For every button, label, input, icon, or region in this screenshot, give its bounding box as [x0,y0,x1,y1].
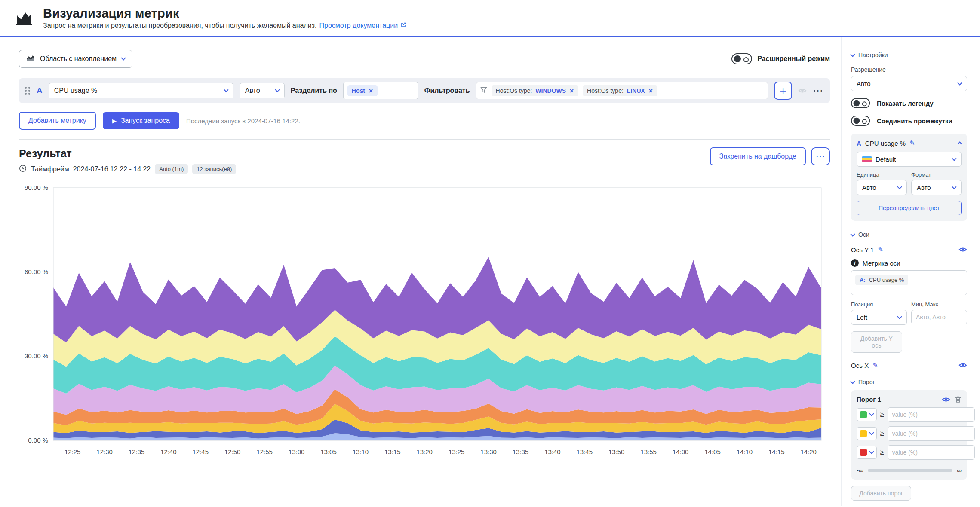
pencil-icon[interactable]: ✎ [872,361,878,369]
minmax-label: Мин, Макс [911,301,967,308]
section-settings[interactable]: Настройки [851,52,967,58]
y-axis-row: Ось Y 1 ✎ [851,246,967,254]
metric-settings-card: A CPU usage % ✎ Default Единица [851,134,967,221]
toolbar: Область с накоплением Расширенный режим [19,50,830,68]
chevron-down-icon [850,379,855,384]
metric-select[interactable]: CPU usage % [49,83,233,98]
section-threshold[interactable]: Порог [851,379,967,385]
svg-text:14:00: 14:00 [673,448,689,455]
axis-metric-row: i Метрика оси [851,259,967,267]
aggregation-select[interactable]: Авто [240,83,285,98]
section-axes-label: Оси [858,231,869,238]
add-threshold-button[interactable]: Добавить порог [851,486,911,501]
eye-icon[interactable] [798,88,807,94]
add-y-axis-button[interactable]: Добавить Y ось [851,331,902,353]
split-chip-label: Host [352,87,365,94]
close-icon[interactable]: ✕ [648,88,653,94]
threshold-color-select[interactable] [857,446,877,459]
threshold-value-input[interactable] [888,407,975,422]
svg-text:14:20: 14:20 [800,448,817,455]
close-icon[interactable]: ✕ [369,88,373,94]
filter-chip-key: Host:Os type: [496,87,532,94]
metric-select-value: CPU usage % [54,87,98,95]
pin-to-dashboard-button[interactable]: Закрепить на дашборде [710,147,806,165]
filter-chip-value: WINDOWS [535,87,566,94]
threshold-row: ≥ [857,445,962,460]
metric-card-letter: A [857,140,861,147]
add-filter-button[interactable]: + [774,82,792,100]
color-swatch [860,449,867,456]
gte-operator: ≥ [880,411,884,418]
stacked-area-chart[interactable]: 0.00 %30.00 %60.00 %90.00 %12:2512:3012:… [19,180,827,464]
svg-text:13:05: 13:05 [320,448,337,455]
unit-select[interactable]: Авто [857,180,907,195]
threshold-row: ≥ [857,407,962,422]
pos-infinity-label: ∞ [957,467,962,474]
minmax-input[interactable] [911,310,967,324]
section-rule [894,55,967,55]
position-select[interactable]: Left [851,310,907,325]
eye-icon[interactable] [958,362,967,368]
filter-label: Фильтровать [424,87,470,95]
svg-text:12:40: 12:40 [160,448,177,455]
gte-operator: ≥ [880,430,884,437]
svg-text:13:35: 13:35 [513,448,529,455]
threshold-value-input[interactable] [888,445,975,460]
svg-text:12:45: 12:45 [193,448,209,455]
drag-handle-icon[interactable] [25,87,31,95]
svg-text:90.00 %: 90.00 % [25,184,48,191]
add-metric-button[interactable]: Добавить метрику [19,112,96,130]
filter-chip-key: Host:Os type: [587,87,624,94]
axis-metric-chip-prefix: A: [860,277,866,283]
advanced-mode-toggle[interactable] [731,53,752,64]
threshold-value-input[interactable] [888,426,975,441]
aggregation-value: Авто [245,87,260,95]
filter-chip: Host:Os type: LINUX ✕ [583,85,657,96]
result-chart[interactable]: 0.00 %30.00 %60.00 %90.00 %12:2512:3012:… [19,180,830,466]
query-more-icon[interactable]: ⋯ [813,85,824,97]
svg-text:14:05: 14:05 [704,448,721,455]
chevron-down-icon [957,80,962,85]
y-axis-title: Ось Y 1 [851,246,874,254]
documentation-link[interactable]: Просмотр документации [319,22,398,30]
header-text-block: Визуализация метрик Запрос на метрики и … [43,6,406,30]
trash-icon[interactable] [955,396,962,403]
chevron-up-icon[interactable] [957,141,962,146]
threshold-range-slider[interactable] [868,469,953,472]
advanced-mode-label: Расширенный режим [757,55,830,63]
svg-text:13:20: 13:20 [416,448,433,455]
format-select[interactable]: Авто [911,180,962,195]
resolution-select[interactable]: Авто [851,76,967,91]
filter-chip: Host:Os type: WINDOWS ✕ [492,85,578,96]
clock-icon [19,165,27,174]
chart-type-select[interactable]: Область с накоплением [19,50,132,68]
override-color-button[interactable]: Переопределить цвет [857,201,962,215]
gte-operator: ≥ [880,449,884,456]
result-more-button[interactable]: ⋯ [811,147,830,165]
connect-gaps-label: Соединить промежутки [877,117,952,125]
resolution-label: Разрешение [851,66,967,73]
filter-input[interactable]: Host:Os type: WINDOWS ✕ Host:Os type: LI… [476,82,768,99]
show-legend-toggle[interactable] [851,98,870,108]
run-query-button[interactable]: ▶ Запуск запроса [103,112,179,129]
close-icon[interactable]: ✕ [569,88,574,94]
pencil-icon[interactable]: ✎ [909,139,915,147]
palette-select[interactable]: Default [857,152,962,167]
eye-icon[interactable] [942,397,950,403]
palette-swatch-icon [862,156,872,162]
last-run-text: Последний запуск в 2024-07-16 14:22. [186,117,300,125]
threshold-color-select[interactable] [857,408,877,421]
chart-type-value: Область с накоплением [40,55,117,63]
section-settings-label: Настройки [858,52,888,58]
svg-text:13:25: 13:25 [449,448,465,455]
eye-icon[interactable] [958,247,967,253]
section-axes[interactable]: Оси [851,231,967,238]
connect-gaps-toggle[interactable] [851,116,870,126]
threshold-color-select[interactable] [857,427,877,440]
color-swatch [860,411,867,418]
pencil-icon[interactable]: ✎ [878,246,883,254]
split-by-input[interactable]: Host ✕ [343,82,418,99]
records-badge: 12 запись(ей) [192,164,236,174]
axis-metric-box[interactable]: A: CPU usage % [851,270,967,295]
section-rule [875,235,967,235]
